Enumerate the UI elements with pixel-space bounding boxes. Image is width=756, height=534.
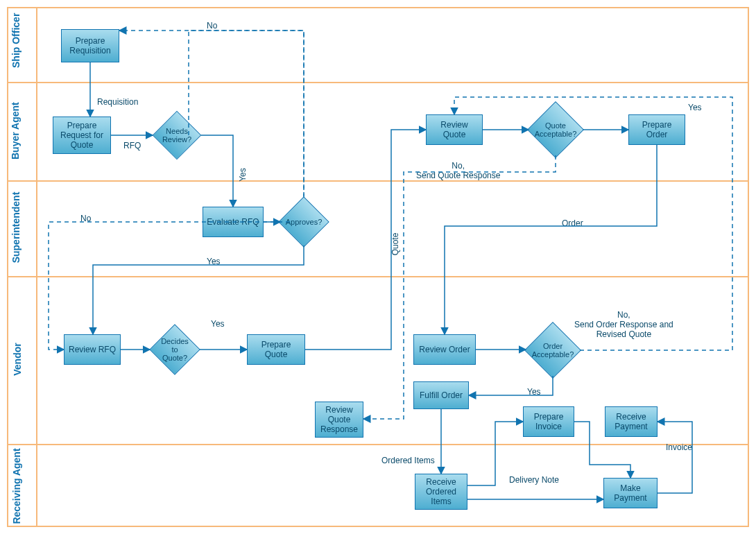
node-prepare-order: Prepare Order [628,114,685,145]
node-evaluate-rfq: Evaluate RFQ [203,207,264,237]
lane-label-3: Vendor [12,342,23,377]
label-quote: Quote [390,233,400,256]
diagram-frame [7,7,749,527]
label-delivery-note: Delivery Note [509,475,559,485]
label-ordered-items: Ordered Items [381,456,435,465]
node-prepare-rfq: Prepare Request for Quote [53,117,111,154]
label-order-accept-no: No, Send Order Response and Revised Quot… [574,310,673,339]
label-needs-review-no: No [207,21,217,31]
node-approves: Approves? [286,204,322,240]
lane-sep-3 [7,276,749,277]
node-decides-to-quote: Decides to Quote? [157,331,193,368]
swimlane-diagram: Ship Officer Buyer Agent Superintendent … [0,0,756,534]
label-invoice: Invoice [666,442,692,452]
label-requisition: Requisition [97,97,138,107]
label-approves-no: No [80,214,91,223]
label-quote-accept-no: No, Send Quote Response [416,161,500,180]
label-order-accept-yes: Yes [527,387,541,397]
node-prepare-requisition: Prepare Requisition [61,29,119,62]
node-prepare-quote: Prepare Quote [247,334,305,365]
label-order: Order [562,218,583,228]
node-quote-acceptable: Quote Acceptable? [535,110,576,150]
lane-label-1: Buyer Agent [10,104,21,160]
node-make-payment: Make Payment [603,478,658,508]
label-rfq: RFQ [123,141,141,150]
node-review-order: Review Order [413,334,476,365]
node-review-quote: Review Quote [426,114,483,145]
node-fulfill-order: Fulfill Order [413,381,469,409]
label-needs-review-yes: Yes [238,168,248,182]
node-order-acceptable: Order Acceptable? [533,330,573,370]
lane-sep-4 [7,444,749,445]
label-quote-accept-yes: Yes [688,103,702,112]
node-receive-payment: Receive Payment [605,406,658,437]
lane-label-4: Receiving Agent [11,445,22,528]
lane-sep-2 [7,180,749,182]
node-needs-review: Needs Review? [160,118,194,153]
lane-label-0: Ship Officer [10,19,22,68]
node-review-quote-response: Review Quote Response [315,402,363,438]
node-prepare-invoice: Prepare Invoice [523,406,574,437]
label-decides-yes: Yes [211,319,225,329]
node-receive-ordered-items: Receive Ordered Items [415,474,467,510]
lane-label-2: Superintendent [10,191,22,264]
label-approves-yes: Yes [207,257,221,266]
lane-sep-1 [7,82,749,83]
node-review-rfq: Review RFQ [64,334,121,365]
